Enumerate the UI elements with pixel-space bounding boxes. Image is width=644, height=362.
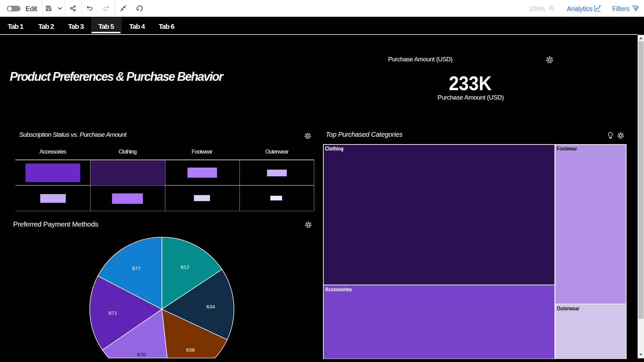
svg-text:612: 612 xyxy=(181,264,190,270)
svg-text:670: 670 xyxy=(137,352,146,357)
svg-text:671: 671 xyxy=(109,310,117,316)
svg-text:677: 677 xyxy=(132,265,141,271)
svg-text:634: 634 xyxy=(206,304,215,309)
svg-text:636: 636 xyxy=(186,347,195,353)
